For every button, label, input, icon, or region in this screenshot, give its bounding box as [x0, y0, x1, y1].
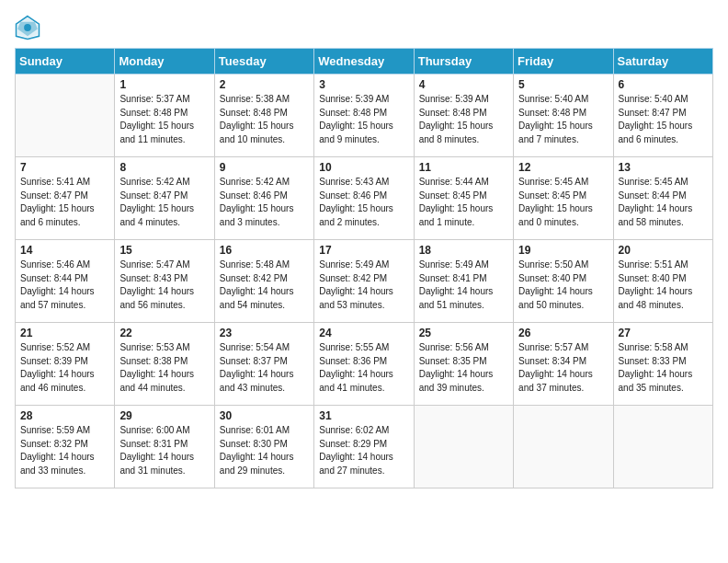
day-number: 7	[20, 161, 109, 174]
day-number: 13	[619, 161, 708, 174]
calendar-cell: 2Sunrise: 5:38 AMSunset: 8:48 PMDaylight…	[214, 75, 313, 157]
day-detail: Sunrise: 5:38 AMSunset: 8:48 PMDaylight:…	[220, 93, 309, 146]
day-number: 21	[20, 327, 109, 339]
calendar-cell: 7Sunrise: 5:41 AMSunset: 8:47 PMDaylight…	[16, 157, 115, 240]
logo	[15, 15, 44, 40]
day-detail: Sunrise: 5:53 AMSunset: 8:38 PMDaylight:…	[119, 341, 209, 395]
day-number: 27	[619, 327, 708, 339]
day-detail: Sunrise: 5:45 AMSunset: 8:44 PMDaylight:…	[619, 176, 708, 229]
day-detail: Sunrise: 5:40 AMSunset: 8:47 PMDaylight:…	[619, 93, 708, 146]
day-number: 23	[220, 327, 309, 339]
day-detail: Sunrise: 5:59 AMSunset: 8:32 PMDaylight:…	[20, 424, 109, 477]
day-detail: Sunrise: 5:54 AMSunset: 8:37 PMDaylight:…	[220, 341, 309, 395]
col-header-sunday: Sunday	[16, 49, 115, 75]
calendar-cell: 1Sunrise: 5:37 AMSunset: 8:48 PMDaylight…	[115, 75, 214, 157]
calendar-cell: 28Sunrise: 5:59 AMSunset: 8:32 PMDayligh…	[16, 406, 115, 488]
calendar-cell: 21Sunrise: 5:52 AMSunset: 8:39 PMDayligh…	[16, 323, 115, 406]
calendar-cell	[613, 406, 712, 488]
calendar-cell: 8Sunrise: 5:42 AMSunset: 8:47 PMDaylight…	[115, 157, 214, 240]
calendar-cell	[514, 406, 613, 488]
day-detail: Sunrise: 5:39 AMSunset: 8:48 PMDaylight:…	[419, 93, 508, 146]
calendar-cell: 30Sunrise: 6:01 AMSunset: 8:30 PMDayligh…	[214, 406, 313, 488]
calendar-cell	[414, 406, 513, 488]
calendar-cell: 5Sunrise: 5:40 AMSunset: 8:48 PMDaylight…	[514, 75, 613, 157]
day-detail: Sunrise: 6:00 AMSunset: 8:31 PMDaylight:…	[119, 424, 209, 477]
calendar-cell: 6Sunrise: 5:40 AMSunset: 8:47 PMDaylight…	[613, 75, 712, 157]
page-header	[15, 15, 713, 40]
day-detail: Sunrise: 5:58 AMSunset: 8:33 PMDaylight:…	[619, 341, 708, 395]
calendar-cell	[16, 75, 115, 157]
day-number: 6	[619, 78, 708, 91]
col-header-wednesday: Wednesday	[314, 49, 414, 75]
day-detail: Sunrise: 5:37 AMSunset: 8:48 PMDaylight:…	[119, 93, 209, 146]
day-detail: Sunrise: 5:45 AMSunset: 8:45 PMDaylight:…	[518, 176, 608, 229]
day-detail: Sunrise: 5:55 AMSunset: 8:36 PMDaylight:…	[319, 341, 408, 395]
calendar-cell: 17Sunrise: 5:49 AMSunset: 8:42 PMDayligh…	[314, 240, 414, 323]
calendar-header-row: SundayMondayTuesdayWednesdayThursdayFrid…	[16, 49, 713, 75]
col-header-saturday: Saturday	[613, 49, 712, 75]
day-detail: Sunrise: 5:47 AMSunset: 8:43 PMDaylight:…	[119, 259, 209, 312]
day-number: 20	[619, 244, 708, 257]
calendar-week-2: 7Sunrise: 5:41 AMSunset: 8:47 PMDaylight…	[16, 157, 713, 240]
calendar-week-4: 21Sunrise: 5:52 AMSunset: 8:39 PMDayligh…	[16, 323, 713, 406]
day-number: 19	[518, 244, 608, 257]
day-detail: Sunrise: 5:48 AMSunset: 8:42 PMDaylight:…	[220, 259, 309, 312]
day-detail: Sunrise: 5:40 AMSunset: 8:48 PMDaylight:…	[518, 93, 608, 146]
day-detail: Sunrise: 5:43 AMSunset: 8:46 PMDaylight:…	[319, 176, 408, 229]
day-number: 15	[119, 244, 209, 257]
calendar-cell: 12Sunrise: 5:45 AMSunset: 8:45 PMDayligh…	[514, 157, 613, 240]
calendar-cell: 3Sunrise: 5:39 AMSunset: 8:48 PMDaylight…	[314, 75, 414, 157]
day-number: 2	[220, 78, 309, 91]
day-detail: Sunrise: 5:41 AMSunset: 8:47 PMDaylight:…	[20, 176, 109, 229]
day-number: 4	[419, 78, 508, 91]
day-number: 18	[419, 244, 508, 257]
day-number: 30	[220, 409, 309, 422]
col-header-thursday: Thursday	[414, 49, 513, 75]
day-detail: Sunrise: 5:52 AMSunset: 8:39 PMDaylight:…	[20, 341, 109, 395]
day-number: 3	[319, 78, 408, 91]
calendar-cell: 4Sunrise: 5:39 AMSunset: 8:48 PMDaylight…	[414, 75, 513, 157]
calendar-cell: 23Sunrise: 5:54 AMSunset: 8:37 PMDayligh…	[214, 323, 313, 406]
calendar-week-5: 28Sunrise: 5:59 AMSunset: 8:32 PMDayligh…	[16, 406, 713, 488]
calendar-cell: 19Sunrise: 5:50 AMSunset: 8:40 PMDayligh…	[514, 240, 613, 323]
day-number: 17	[319, 244, 408, 257]
calendar-cell: 31Sunrise: 6:02 AMSunset: 8:29 PMDayligh…	[314, 406, 414, 488]
day-number: 8	[119, 161, 209, 174]
logo-icon	[15, 15, 40, 40]
day-number: 22	[119, 327, 209, 339]
day-number: 28	[20, 409, 109, 422]
day-detail: Sunrise: 5:51 AMSunset: 8:40 PMDaylight:…	[619, 259, 708, 312]
calendar-cell: 24Sunrise: 5:55 AMSunset: 8:36 PMDayligh…	[314, 323, 414, 406]
calendar-cell: 10Sunrise: 5:43 AMSunset: 8:46 PMDayligh…	[314, 157, 414, 240]
day-number: 16	[220, 244, 309, 257]
day-detail: Sunrise: 5:49 AMSunset: 8:42 PMDaylight:…	[319, 259, 408, 312]
day-detail: Sunrise: 6:02 AMSunset: 8:29 PMDaylight:…	[319, 424, 408, 477]
calendar-cell: 26Sunrise: 5:57 AMSunset: 8:34 PMDayligh…	[514, 323, 613, 406]
day-detail: Sunrise: 5:42 AMSunset: 8:47 PMDaylight:…	[119, 176, 209, 229]
calendar-cell: 29Sunrise: 6:00 AMSunset: 8:31 PMDayligh…	[115, 406, 214, 488]
col-header-friday: Friday	[514, 49, 613, 75]
day-number: 29	[119, 409, 209, 422]
day-number: 5	[518, 78, 608, 91]
calendar-week-1: 1Sunrise: 5:37 AMSunset: 8:48 PMDaylight…	[16, 75, 713, 157]
calendar-week-3: 14Sunrise: 5:46 AMSunset: 8:44 PMDayligh…	[16, 240, 713, 323]
day-detail: Sunrise: 6:01 AMSunset: 8:30 PMDaylight:…	[220, 424, 309, 477]
day-number: 10	[319, 161, 408, 174]
day-number: 24	[319, 327, 408, 339]
calendar-cell: 13Sunrise: 5:45 AMSunset: 8:44 PMDayligh…	[613, 157, 712, 240]
calendar-cell: 18Sunrise: 5:49 AMSunset: 8:41 PMDayligh…	[414, 240, 513, 323]
day-detail: Sunrise: 5:42 AMSunset: 8:46 PMDaylight:…	[220, 176, 309, 229]
day-number: 14	[20, 244, 109, 257]
svg-point-3	[24, 24, 31, 31]
day-detail: Sunrise: 5:44 AMSunset: 8:45 PMDaylight:…	[419, 176, 508, 229]
day-number: 12	[518, 161, 608, 174]
calendar-cell: 20Sunrise: 5:51 AMSunset: 8:40 PMDayligh…	[613, 240, 712, 323]
col-header-monday: Monday	[115, 49, 214, 75]
calendar-cell: 14Sunrise: 5:46 AMSunset: 8:44 PMDayligh…	[16, 240, 115, 323]
calendar-cell: 27Sunrise: 5:58 AMSunset: 8:33 PMDayligh…	[613, 323, 712, 406]
col-header-tuesday: Tuesday	[214, 49, 313, 75]
day-detail: Sunrise: 5:39 AMSunset: 8:48 PMDaylight:…	[319, 93, 408, 146]
calendar-cell: 9Sunrise: 5:42 AMSunset: 8:46 PMDaylight…	[214, 157, 313, 240]
calendar-cell: 16Sunrise: 5:48 AMSunset: 8:42 PMDayligh…	[214, 240, 313, 323]
day-detail: Sunrise: 5:50 AMSunset: 8:40 PMDaylight:…	[518, 259, 608, 312]
